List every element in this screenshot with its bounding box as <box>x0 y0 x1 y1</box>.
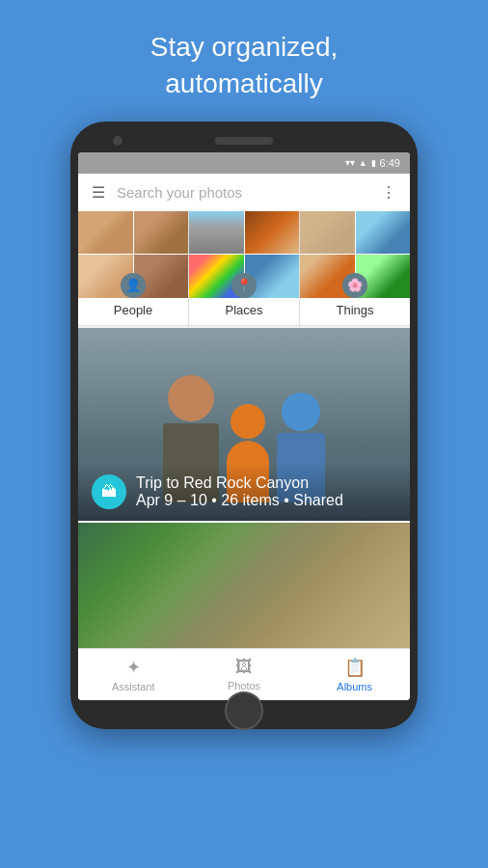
places-img-1 <box>189 211 244 255</box>
status-time: 6:49 <box>380 157 400 169</box>
photos-icon: 🖼 <box>235 657 253 677</box>
people-label: People <box>78 298 188 325</box>
phone-device: ▾▾ ▲ ▮ 6:49 ☰ Search your photos ⋮ <box>70 122 418 729</box>
phone-screen: ▾▾ ▲ ▮ 6:49 ☰ Search your photos ⋮ <box>78 152 410 700</box>
food-background <box>78 523 410 648</box>
photos-label: Photos <box>228 680 260 692</box>
phone-top-bar <box>78 133 410 152</box>
header-line1: Stay organized, <box>150 29 339 66</box>
more-icon[interactable]: ⋮ <box>381 183 396 202</box>
phone-home-area <box>78 700 410 718</box>
status-icons: ▾▾ ▲ ▮ 6:49 <box>345 157 400 169</box>
places-label: Places <box>189 298 299 325</box>
albums-label: Albums <box>337 681 372 692</box>
status-bar: ▾▾ ▲ ▮ 6:49 <box>78 152 410 174</box>
battery-icon: ▮ <box>371 158 376 168</box>
nav-albums[interactable]: 📋 Albums <box>299 649 410 700</box>
category-places[interactable]: 📍 Places <box>189 211 299 325</box>
album-meta: Apr 9 – 10 • 26 items • Shared <box>136 492 343 509</box>
signal-icon: ▲ <box>359 158 367 168</box>
wifi-icon: ▾▾ <box>345 157 355 168</box>
phone-speaker <box>215 137 273 145</box>
assistant-icon: ✦ <box>126 657 141 678</box>
things-img-1 <box>300 211 355 255</box>
things-img-2 <box>356 211 411 255</box>
album-info: Trip to Red Rock Canyon Apr 9 – 10 • 26 … <box>136 475 343 509</box>
people-img-1 <box>78 211 133 255</box>
places-icon-badge: 📍 <box>231 273 257 298</box>
person1-head <box>168 375 214 421</box>
hamburger-icon[interactable]: ☰ <box>92 183 105 202</box>
search-bar: ☰ Search your photos ⋮ <box>78 174 410 211</box>
person2-head <box>230 404 265 439</box>
category-things[interactable]: 🌸 Things <box>300 211 410 325</box>
assistant-label: Assistant <box>112 681 155 692</box>
things-icon-badge: 🌸 <box>342 273 367 298</box>
albums-icon: 📋 <box>344 657 366 678</box>
categories-section: 👤 People 📍 Places <box>78 211 410 326</box>
album-card[interactable]: 🏔 Trip to Red Rock Canyon Apr 9 – 10 • 2… <box>78 328 410 521</box>
header-line2: automatically <box>150 66 339 102</box>
page-header: Stay organized, automatically <box>150 0 339 122</box>
search-placeholder[interactable]: Search your photos <box>117 184 369 201</box>
places-img-2 <box>245 211 300 255</box>
things-label: Things <box>300 298 410 325</box>
second-album-card[interactable] <box>78 523 410 648</box>
front-camera <box>113 136 122 146</box>
category-people[interactable]: 👤 People <box>78 211 188 325</box>
album-icon: 🏔 <box>92 475 126 509</box>
people-icon-badge: 👤 <box>121 273 146 298</box>
album-title: Trip to Red Rock Canyon <box>136 475 343 492</box>
nav-assistant[interactable]: ✦ Assistant <box>78 649 189 700</box>
people-img-2 <box>134 211 189 255</box>
person3-head <box>282 393 320 431</box>
home-button[interactable] <box>225 692 263 730</box>
album-overlay: 🏔 Trip to Red Rock Canyon Apr 9 – 10 • 2… <box>78 463 410 521</box>
